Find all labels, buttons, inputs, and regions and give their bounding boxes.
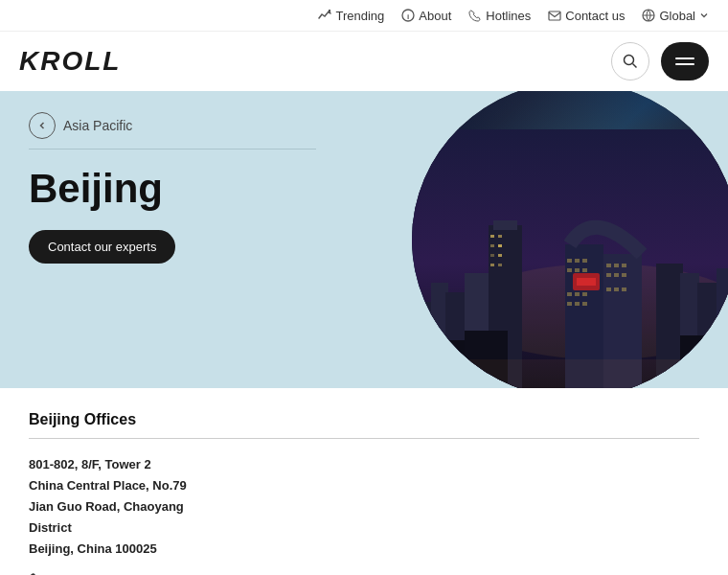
svg-rect-41 xyxy=(575,302,580,306)
svg-rect-42 xyxy=(582,302,587,306)
svg-rect-20 xyxy=(498,244,502,247)
svg-rect-21 xyxy=(490,254,494,257)
contact-experts-button[interactable]: Contact our experts xyxy=(29,230,175,264)
svg-rect-50 xyxy=(614,288,619,291)
svg-line-6 xyxy=(633,64,637,68)
main-header: KROLL xyxy=(0,32,728,91)
menu-line-1 xyxy=(675,58,694,59)
address-line-1: 801-802, 8/F, Tower 2 xyxy=(29,454,699,475)
svg-rect-43 xyxy=(606,264,611,267)
city-image-inner xyxy=(412,91,728,388)
section-title: Beijing Offices xyxy=(29,411,699,428)
svg-rect-40 xyxy=(567,302,572,306)
hero-section: Asia Pacific Beijing Contact our experts xyxy=(0,91,728,388)
hero-divider xyxy=(29,149,316,150)
nav-hotlines[interactable]: Hotlines xyxy=(468,9,531,23)
chevron-down-icon xyxy=(699,11,709,20)
city-image xyxy=(412,91,728,388)
contact-icon xyxy=(548,9,561,22)
svg-rect-39 xyxy=(582,292,587,296)
svg-rect-51 xyxy=(622,288,626,291)
address-line-2: China Central Place, No.79 xyxy=(29,475,699,496)
svg-rect-48 xyxy=(622,273,626,277)
address-line-4: District xyxy=(29,518,699,539)
hotlines-icon xyxy=(468,9,482,22)
svg-rect-38 xyxy=(575,292,580,296)
svg-rect-18 xyxy=(498,235,502,238)
svg-rect-3 xyxy=(549,12,560,20)
svg-rect-46 xyxy=(606,273,611,277)
back-button[interactable] xyxy=(29,112,56,139)
skyline-svg xyxy=(412,129,728,388)
search-icon xyxy=(623,54,638,69)
svg-rect-32 xyxy=(575,259,580,263)
svg-rect-49 xyxy=(606,288,611,291)
global-icon xyxy=(642,9,655,22)
phone-svg-icon xyxy=(29,571,50,575)
svg-rect-45 xyxy=(622,264,626,267)
search-button[interactable] xyxy=(611,42,649,80)
section-divider xyxy=(29,438,699,439)
menu-button[interactable] xyxy=(661,42,709,80)
address-line-3: Jian Guo Road, Chaoyang xyxy=(29,496,699,518)
svg-rect-19 xyxy=(490,244,494,247)
about-icon: i xyxy=(401,9,415,22)
nav-trending[interactable]: Trending xyxy=(318,9,384,23)
nav-about[interactable]: i About xyxy=(401,9,451,23)
svg-rect-33 xyxy=(582,259,587,263)
svg-marker-0 xyxy=(329,10,330,13)
top-nav: Trending i About Hotlines Contact us Glo… xyxy=(0,0,728,32)
breadcrumb-text: Asia Pacific xyxy=(63,118,132,133)
svg-rect-14 xyxy=(493,220,517,230)
svg-rect-22 xyxy=(498,254,502,257)
svg-rect-36 xyxy=(582,268,587,272)
svg-rect-44 xyxy=(614,264,619,267)
svg-text:i: i xyxy=(407,12,409,21)
logo: KROLL xyxy=(19,46,121,77)
svg-rect-31 xyxy=(567,259,572,263)
svg-rect-47 xyxy=(614,273,619,277)
svg-rect-23 xyxy=(490,264,494,266)
nav-contact[interactable]: Contact us xyxy=(548,9,625,23)
trending-icon xyxy=(318,9,331,22)
svg-rect-55 xyxy=(412,359,728,388)
svg-rect-37 xyxy=(567,292,572,296)
chevron-left-icon xyxy=(37,121,47,130)
nav-global[interactable]: Global xyxy=(642,9,709,23)
svg-rect-35 xyxy=(575,268,580,272)
svg-rect-24 xyxy=(498,264,502,266)
header-actions xyxy=(611,42,709,80)
svg-point-5 xyxy=(625,56,634,65)
svg-rect-17 xyxy=(490,235,494,238)
phone-icon[interactable] xyxy=(29,571,699,575)
svg-rect-34 xyxy=(567,268,572,272)
svg-rect-30 xyxy=(577,278,596,286)
address-block: 801-802, 8/F, Tower 2 China Central Plac… xyxy=(29,454,699,560)
content-section: Beijing Offices 801-802, 8/F, Tower 2 Ch… xyxy=(0,388,728,575)
address-line-5: Beijing, China 100025 xyxy=(29,539,699,560)
menu-line-2 xyxy=(675,63,694,65)
